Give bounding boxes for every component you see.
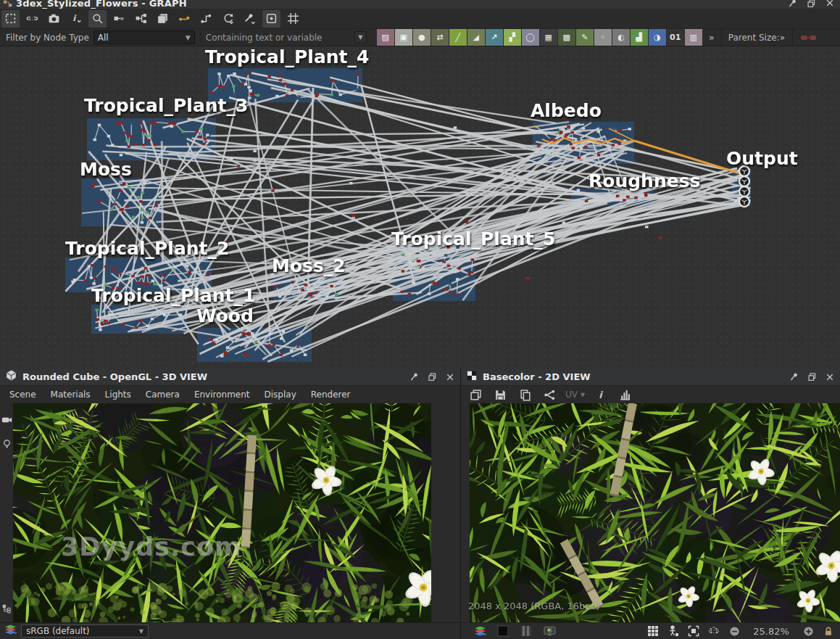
dot-node-node-button[interactable]: ◦ <box>594 29 612 46</box>
color-layers-icon[interactable] <box>471 624 488 638</box>
restore-icon[interactable] <box>428 371 437 384</box>
colorspace-dropdown[interactable]: sRGB (default) ▼ <box>21 624 149 638</box>
menu-display[interactable]: Display <box>258 387 303 402</box>
toolbar-overflow-button[interactable]: » <box>709 32 715 43</box>
menu-materials[interactable]: Materials <box>44 387 97 402</box>
compute-icon[interactable] <box>219 10 237 28</box>
copy-icon[interactable] <box>516 386 534 403</box>
lock-icon[interactable] <box>820 624 837 638</box>
light-bulb-icon[interactable] <box>2 439 12 453</box>
channel-stripes-icon[interactable] <box>517 624 535 638</box>
link-create-icon[interactable] <box>110 10 128 28</box>
blend-node-button[interactable]: ▣ <box>395 29 412 46</box>
checker-icon <box>467 370 477 384</box>
restore-icon[interactable] <box>805 0 817 8</box>
camera-icon[interactable] <box>1 413 12 427</box>
focus-icon[interactable] <box>262 10 280 28</box>
svg-node-button[interactable]: ✎ <box>576 29 594 46</box>
mannequin-icon[interactable] <box>665 624 682 638</box>
colorspace-value: sRGB (default) <box>26 626 90 636</box>
scene-tree-icon[interactable] <box>2 603 12 617</box>
shape-node-button[interactable]: ◯ <box>522 29 539 46</box>
pixel-processor-node-button[interactable]: ▩ <box>558 29 575 46</box>
close-icon[interactable] <box>826 371 834 384</box>
view3d-header[interactable]: Rounded Cube - OpenGL - 3D VIEW <box>0 368 460 386</box>
parent-size-label: Parent Size: <box>728 33 780 43</box>
graph-title: 3dex_Stylized_Flowers - GRAPH <box>16 0 187 9</box>
grayscale-conversion-node-button[interactable]: 01 <box>667 29 684 46</box>
material-stack-icon[interactable] <box>154 10 172 28</box>
graph-search: ▼ <box>201 31 367 44</box>
frame-grid-icon[interactable] <box>284 10 302 28</box>
zoom-in-button[interactable] <box>799 624 817 638</box>
view2d-statusbar: 1:1 25.82% <box>461 622 840 639</box>
pin-icon[interactable] <box>786 0 798 8</box>
channel-shuffle-node-button[interactable]: ⇄ <box>431 29 449 46</box>
pin-icon[interactable] <box>789 371 799 384</box>
menu-environment[interactable]: Environment <box>188 387 257 402</box>
camera-icon[interactable] <box>45 10 63 28</box>
close-icon[interactable] <box>824 0 836 8</box>
normal-node-button[interactable]: ◐ <box>612 29 630 46</box>
duplicate-icon[interactable] <box>467 386 485 403</box>
graph-canvas[interactable]: Tropical_Plant_4Tropical_Plant_3AlbedoRo… <box>0 46 840 368</box>
blur-node-button[interactable]: ● <box>413 29 431 46</box>
parent-size-chevron: » <box>780 33 785 43</box>
curved-links-icon[interactable] <box>197 10 215 28</box>
restore-icon[interactable] <box>807 371 817 384</box>
graph-panel: 3dex_Stylized_Flowers - GRAPH 1:1i Filte… <box>0 0 840 368</box>
chevron-down-icon: ▼ <box>186 34 191 41</box>
info-icon[interactable]: i <box>591 386 610 403</box>
tools-icon[interactable] <box>241 10 259 28</box>
fx-map-node-button[interactable]: ▦ <box>540 29 557 46</box>
view3d-statusbar: sRGB (default) ▼ <box>0 622 460 639</box>
marquee-select-icon[interactable] <box>1 10 20 28</box>
link-parent-button[interactable] <box>800 33 819 43</box>
graph-search-input[interactable] <box>206 33 354 43</box>
search-options-dropdown[interactable]: ▼ <box>354 31 367 44</box>
menu-camera[interactable]: Camera <box>139 387 186 402</box>
view3d-side-tools <box>0 403 13 622</box>
filter-label: Filter by Node Type <box>0 33 93 43</box>
levels-node-button[interactable]: ▟ <box>631 29 648 46</box>
display-profile-icon[interactable] <box>541 624 558 638</box>
hsl-node-button[interactable]: ◑ <box>649 29 666 46</box>
directional-warp-node-button[interactable]: ↗ <box>486 29 503 46</box>
fit-view-icon[interactable] <box>685 624 702 638</box>
svg-text:1:1: 1:1 <box>710 628 719 635</box>
chevron-down-icon: ▼ <box>581 392 585 398</box>
view2d-header[interactable]: Basecolor - 2D VIEW <box>461 368 840 386</box>
search-icon[interactable] <box>88 10 107 28</box>
histogram-icon[interactable] <box>616 386 634 403</box>
actual-size-icon[interactable]: 1:1 <box>705 624 723 638</box>
directional-blur-node-button[interactable]: ◢ <box>467 29 485 46</box>
background-swatch[interactable] <box>494 624 512 638</box>
instance-info-icon[interactable]: i <box>67 10 85 28</box>
menu-lights[interactable]: Lights <box>99 387 138 402</box>
straight-links-icon[interactable] <box>175 10 194 28</box>
uv-mode-dropdown[interactable]: UV▼ <box>565 389 585 400</box>
distance-node-button[interactable]: ▞ <box>504 29 521 46</box>
menu-scene[interactable]: Scene <box>3 387 43 402</box>
actual-size-icon[interactable]: 1:1 <box>23 10 41 28</box>
bitmap-node-button[interactable]: ▨ <box>377 29 394 46</box>
node-type-dropdown[interactable]: All ▼ <box>93 30 195 44</box>
save-icon[interactable] <box>491 386 510 403</box>
curve-node-button[interactable]: ╱ <box>449 29 467 46</box>
zoom-out-button[interactable] <box>725 624 743 638</box>
view2d-title: Basecolor - 2D VIEW <box>483 371 591 382</box>
color-layers-icon[interactable] <box>4 624 17 638</box>
gradient-map-node-button[interactable]: ▥ <box>685 29 702 46</box>
parent-size-control[interactable]: Parent Size:» <box>720 29 793 46</box>
node-tree-icon[interactable] <box>132 10 150 28</box>
view2d-viewport[interactable] <box>470 403 840 622</box>
view3d-viewport[interactable] <box>13 403 431 622</box>
view2d-panel: Basecolor - 2D VIEW UV▼i 2048 x 2048 (RG… <box>461 368 840 639</box>
close-icon[interactable] <box>446 371 454 384</box>
graph-toolbar: 1:1i <box>0 9 840 29</box>
network-icon[interactable] <box>541 386 559 403</box>
grid-toggle-icon[interactable] <box>644 624 662 638</box>
pin-icon[interactable] <box>409 371 419 384</box>
graph-title-bar[interactable]: 3dex_Stylized_Flowers - GRAPH <box>0 0 840 9</box>
menu-renderer[interactable]: Renderer <box>304 387 357 402</box>
